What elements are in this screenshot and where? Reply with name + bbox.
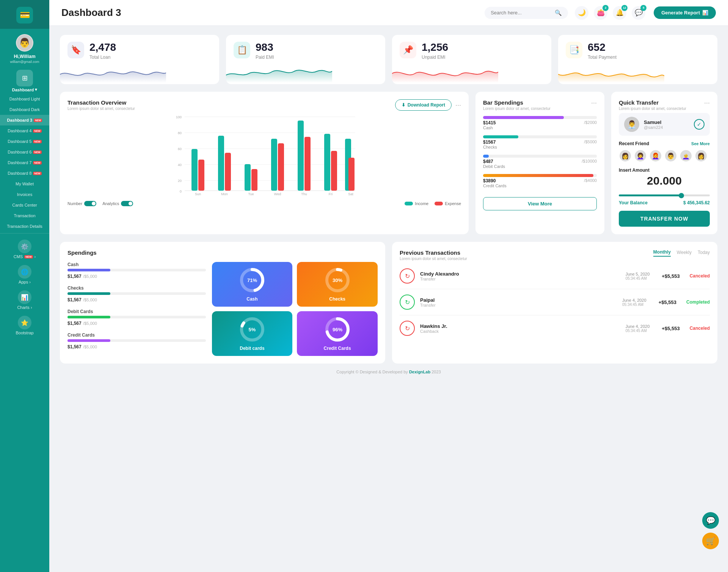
sidebar-item-dashboard6[interactable]: Dashboard 6 New: [0, 147, 49, 157]
view-more-button[interactable]: View More: [483, 197, 597, 210]
total-payment-icon: 📑: [566, 42, 582, 58]
main-content: Dashboard 3 🔍 🌙 👛 2 🔔 12 💬 5 Generate Re…: [49, 0, 728, 572]
friend-avatar-1[interactable]: 👩: [619, 149, 632, 162]
donut-checks-label: Checks: [329, 296, 345, 302]
sidebar-item-charts[interactable]: 📊 Charts ›: [0, 287, 49, 313]
prev-tx-title: Previous Transactions: [400, 249, 467, 256]
svg-rect-22: [225, 153, 231, 191]
fab-cart[interactable]: 🛒: [702, 533, 719, 549]
transfer-name: Samuel: [644, 119, 663, 125]
sidebar-item-dashboard7[interactable]: Dashboard 7 New: [0, 157, 49, 168]
bar-spendings-title: Bar Spendings: [483, 99, 551, 106]
sidebar-nav: Dashboard Light Dashboard Dark Dashboard…: [0, 94, 49, 232]
friend-avatar-3[interactable]: 👩‍🦰: [649, 149, 662, 162]
bar-chart: 100 80 60 40 20 0 Sun Mon Tue Wed Thu Fr…: [67, 113, 461, 196]
moon-button[interactable]: 🌙: [575, 6, 588, 20]
stat-card-paid-emi: 📋 983 Paid EMI: [226, 35, 385, 84]
svg-text:Thu: Thu: [301, 192, 307, 196]
svg-text:20: 20: [178, 179, 182, 183]
quick-transfer-more-button[interactable]: ···: [704, 99, 710, 106]
friend-avatar-6[interactable]: 👩: [695, 149, 708, 162]
svg-rect-27: [298, 121, 304, 191]
friend-avatar-4[interactable]: 👨: [664, 149, 677, 162]
sidebar-item-bootstrap[interactable]: ⭐ Bootstrap: [0, 313, 49, 338]
sidebar-item-dashboard3[interactable]: Dashboard 3 New: [0, 115, 49, 125]
sidebar-item-dashboard4[interactable]: Dashboard 4 New: [0, 125, 49, 136]
download-report-button[interactable]: ⬇ Download Report: [395, 99, 452, 111]
transaction-overview-card: Transaction Overview Lorem ipsum dolor s…: [60, 92, 469, 234]
charts-icon: 📊: [18, 290, 31, 304]
svg-rect-20: [198, 160, 204, 191]
number-toggle[interactable]: [84, 201, 96, 206]
unpaid-emi-icon: 📌: [400, 42, 416, 58]
sidebar-item-apps[interactable]: 🌐 Apps ›: [0, 262, 49, 287]
legend-expense: Expense: [435, 201, 461, 206]
badge-new: New: [33, 172, 41, 175]
legend-income: Income: [405, 201, 428, 206]
income-dot: [405, 202, 413, 205]
svg-text:60: 60: [178, 147, 182, 151]
prev-tabs: Monthly Weekly Today: [653, 249, 710, 257]
previous-transactions-card: Previous Transactions Lorem ipsum dolor …: [392, 242, 717, 364]
friend-avatar-2[interactable]: 👩‍🦱: [634, 149, 647, 162]
username: Hi,William: [14, 54, 35, 59]
spending-item-debit: Debit Cards $1,567 /$5,000: [67, 309, 206, 326]
donut-debit: 5% Debit cards: [212, 311, 293, 356]
transaction-row-3: ↻ Hawkins Jr. Cashback June 4, 2020 05:3…: [400, 315, 710, 341]
paid-emi-label: Paid EMI: [256, 55, 274, 60]
friend-avatar-5[interactable]: 👩‍🦳: [679, 149, 692, 162]
sidebar-item-cards[interactable]: Cards Center: [0, 200, 49, 210]
sparkline-unpaid-emi: [392, 63, 498, 83]
chart-icon: 📊: [702, 10, 708, 16]
svg-text:100: 100: [176, 115, 182, 119]
sidebar-item-dashboard-light[interactable]: Dashboard Light: [0, 94, 49, 104]
sidebar-item-dashboard5[interactable]: Dashboard 5 New: [0, 136, 49, 147]
analytics-toggle[interactable]: [121, 201, 133, 206]
tab-monthly[interactable]: Monthly: [653, 249, 671, 257]
sparkline-total-loan: [60, 63, 166, 83]
total-loan-icon: 🔖: [67, 42, 84, 58]
topbar: Dashboard 3 🔍 🌙 👛 2 🔔 12 💬 5 Generate Re…: [49, 0, 728, 26]
sidebar-item-mywallet[interactable]: My Wallet: [0, 179, 49, 189]
transfer-avatar: 👨‍💼: [624, 117, 639, 132]
chart-legend: Number Analytics Income Expense: [67, 201, 461, 206]
total-payment-label: Total Payment: [588, 55, 617, 60]
spending-item-credit: Credit Cards $1,567 /$5,000: [67, 332, 206, 350]
more-options-button[interactable]: ···: [455, 102, 461, 108]
sidebar-item-cms[interactable]: ⚙️ CMS New ›: [0, 237, 49, 262]
tab-weekly[interactable]: Weekly: [677, 250, 692, 256]
sidebar-item-invoices[interactable]: Invoices: [0, 189, 49, 200]
transfer-now-button[interactable]: TRANSFER NOW: [619, 211, 710, 227]
spendings-title: Spendings: [67, 249, 378, 256]
logo-icon: 💳: [16, 7, 33, 24]
transaction-overview-subtitle: Lorem ipsum dolor sit amet, consectetur: [67, 107, 135, 111]
generate-report-button[interactable]: Generate Report 📊: [654, 6, 716, 19]
fab-container: 💬 🛒: [702, 512, 719, 549]
svg-text:96%: 96%: [333, 327, 342, 332]
prev-tx-subtitle: Lorem ipsum dolor sit amet, consectetur: [400, 257, 467, 261]
spending-cash: $1415 /$2000 Cash: [483, 116, 597, 130]
see-more-link[interactable]: See More: [691, 141, 710, 146]
amount-display: 20.000: [619, 174, 710, 187]
svg-rect-26: [278, 143, 284, 191]
wallet-button[interactable]: 👛 2: [594, 6, 607, 20]
svg-rect-23: [245, 164, 251, 191]
svg-text:40: 40: [178, 163, 182, 167]
dashboard-toggle[interactable]: Dashboard ▾: [12, 87, 37, 92]
svg-text:0: 0: [180, 190, 182, 193]
svg-text:Tue: Tue: [248, 192, 254, 196]
amount-slider[interactable]: [619, 194, 710, 196]
search-input[interactable]: [491, 10, 552, 16]
sidebar-item-dashboard8[interactable]: Dashboard 8 New: [0, 168, 49, 179]
sidebar: 💳 👨 Hi,William william@gmail.com ⊞ Dashb…: [0, 0, 49, 572]
bar-spendings-more-button[interactable]: ···: [591, 99, 597, 106]
sidebar-item-transaction[interactable]: Transaction: [0, 210, 49, 221]
donut-credit: 96% Credit Cards: [297, 311, 378, 356]
tab-today[interactable]: Today: [698, 250, 710, 256]
bell-button[interactable]: 🔔 12: [613, 6, 626, 20]
chat-button[interactable]: 💬 5: [632, 6, 645, 20]
svg-text:30%: 30%: [333, 277, 342, 283]
sidebar-item-dashboard-dark[interactable]: Dashboard Dark: [0, 104, 49, 115]
fab-support[interactable]: 💬: [702, 512, 719, 529]
sidebar-item-transaction-details[interactable]: Transaction Details: [0, 221, 49, 232]
